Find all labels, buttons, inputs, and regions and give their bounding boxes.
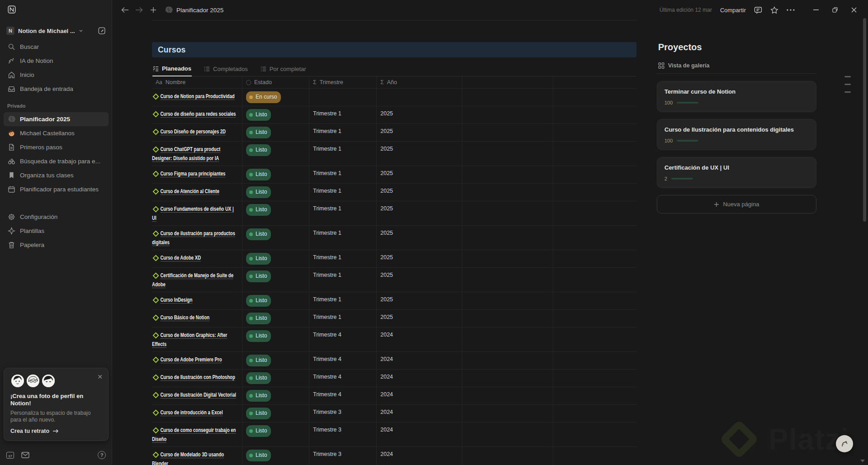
course-name-cell[interactable]: Curso de diseño para redes sociales [152,106,242,124]
anio-cell[interactable]: 2025 [377,201,462,226]
status-badge[interactable]: En curso [246,91,281,103]
table-row[interactable]: Curso Diseño de personajes 2DListoTrimes… [152,124,636,142]
sidebar-item-bandeja-de-entrada[interactable]: Bandeja de entrada [4,82,109,96]
course-name-cell[interactable]: Curso Figma para principiantes [152,166,242,184]
status-badge[interactable]: Listo [246,144,271,156]
status-cell[interactable]: Listo [242,124,309,142]
favorite-star-icon[interactable] [770,6,778,14]
course-name-cell[interactable]: Curso Básico de Notion [152,310,242,327]
trimestre-cell[interactable]: Trimestre 1 [309,106,377,124]
status-cell[interactable]: Listo [242,268,309,292]
nav-back-icon[interactable] [119,5,131,15]
close-icon[interactable]: ✕ [97,374,103,380]
course-title-link[interactable]: Curso Figma para principiantes [152,169,241,178]
table-row[interactable]: Curso ChatGPT para product Designer: Dis… [152,142,636,166]
anio-cell[interactable]: 2025 [377,166,462,184]
help-button[interactable]: ? [98,451,106,459]
status-cell[interactable]: Listo [242,447,309,465]
anio-cell[interactable]: 2025 [377,124,462,142]
status-cell[interactable]: Listo [242,370,309,387]
status-badge[interactable]: Listo [246,313,271,324]
table-row[interactable]: Curso de introducción a ExcelListoTrimes… [152,405,636,422]
table-row[interactable]: Curso de Adobe XDListoTrimestre 12025 [152,250,636,268]
trimestre-cell[interactable]: Trimestre 1 [309,310,377,327]
status-badge[interactable]: Listo [246,355,271,366]
course-name-cell[interactable]: Curso de Motion Graphics: After Effects [152,327,242,352]
table-row[interactable]: Curso de como conseguir trabajo en Diseñ… [152,422,636,447]
course-name-cell[interactable]: Curso ChatGPT para product Designer: Dis… [152,142,242,166]
sidebar-page-b-squeda-de-trabajo-para-e[interactable]: Búsqueda de trabajo para e... [4,154,109,168]
tab-planeados[interactable]: Planeados [152,63,192,76]
nav-forward-icon[interactable] [133,5,145,15]
restore-button[interactable] [825,3,844,17]
course-name-cell[interactable]: Curso de Adobe Premiere Pro [152,352,242,370]
sidebar-page-primeros-pasos[interactable]: Primeros pasos [4,140,109,154]
status-badge[interactable]: Listo [246,127,271,138]
project-card[interactable]: Curso de Ilustración para contenidos dig… [657,119,816,150]
trimestre-cell[interactable]: Trimestre 4 [309,387,377,405]
course-name-cell[interactable]: Curso de Adobe XD [152,250,242,268]
status-badge[interactable]: Listo [246,270,271,282]
sidebar-item-plantillas[interactable]: Plantillas [4,224,109,238]
course-title-link[interactable]: Curso Básico de Notion [152,313,241,322]
share-button[interactable]: Compartir [720,7,746,14]
vertical-scrollbar[interactable] [863,18,866,222]
anio-cell[interactable]: 2025 [377,292,462,310]
status-cell[interactable]: Listo [242,201,309,226]
status-badge[interactable]: Listo [246,372,271,384]
anio-cell[interactable]: 2024 [377,422,462,447]
tab-por-completar[interactable]: Por completar [260,63,307,76]
course-name-cell[interactable]: Curso de Notion para Productividad [152,89,242,106]
anio-cell[interactable]: 2024 [377,370,462,387]
course-name-cell[interactable]: Curso Fundamentos de diseño UX | UI [152,201,242,226]
status-cell[interactable]: Listo [242,387,309,405]
trimestre-cell[interactable]: Trimestre 1 [309,184,377,201]
close-window-button[interactable] [844,3,863,17]
status-cell[interactable]: En curso [242,89,309,106]
course-name-cell[interactable]: Curso de Atención al Cliente [152,184,242,201]
course-title-link[interactable]: Curso de Motion Graphics: After Effects [152,331,241,349]
table-row[interactable]: Curso de Ilustración Digital VectorialLi… [152,387,636,405]
status-badge[interactable]: Listo [246,408,271,419]
scroll-down-arrow-icon[interactable] [860,460,865,462]
course-title-link[interactable]: Curso de ilustración para productos digi… [152,229,241,247]
anio-cell[interactable]: 2025 [377,250,462,268]
status-badge[interactable]: Listo [246,204,271,216]
table-row[interactable]: Certificación de Manejo de Suite de Adob… [152,268,636,292]
status-badge[interactable]: Listo [246,253,271,265]
status-badge[interactable]: Listo [246,186,271,198]
course-title-link[interactable]: Curso de introducción a Excel [152,408,241,417]
course-name-cell[interactable]: Curso de ilustración para productos digi… [152,226,242,250]
course-title-link[interactable]: Curso de Atención al Cliente [152,187,241,196]
status-badge[interactable]: Listo [246,169,271,180]
sidebar-item-buscar[interactable]: Buscar [4,40,109,54]
project-card[interactable]: Terminar curso de Notion100 [657,81,816,112]
course-title-link[interactable]: Curso de Adobe XD [152,253,241,262]
trimestre-cell[interactable] [309,89,377,106]
course-title-link[interactable]: Curso ChatGPT para product Designer: Dis… [152,145,241,163]
table-row[interactable]: Curso de Atención al ClienteListoTrimest… [152,184,636,201]
tab-completados[interactable]: Completados [204,63,248,76]
table-row[interactable]: Curso de Adobe Premiere ProListoTrimestr… [152,352,636,370]
course-name-cell[interactable]: Curso InDesign [152,292,242,310]
breadcrumb[interactable]: Planificador 2025 [165,6,223,14]
gallery-view-tab[interactable]: Vista de galería [657,62,816,69]
notion-ai-button[interactable] [836,435,853,452]
table-row[interactable]: Curso Fundamentos de diseño UX | UIListo… [152,201,636,226]
status-badge[interactable]: Listo [246,450,271,461]
status-cell[interactable]: Listo [242,405,309,422]
trimestre-cell[interactable]: Trimestre 1 [309,201,377,226]
anio-cell[interactable]: 2024 [377,327,462,352]
course-title-link[interactable]: Curso Fundamentos de diseño UX | UI [152,204,241,223]
course-name-cell[interactable]: Curso de introducción a Excel [152,405,242,422]
status-badge[interactable]: Listo [246,390,271,402]
status-cell[interactable]: Listo [242,106,309,124]
create-portrait-link[interactable]: Crea tu retrato [10,428,102,434]
anio-cell[interactable]: 2025 [377,226,462,250]
status-cell[interactable]: Listo [242,327,309,352]
drag-handle[interactable] [844,76,851,77]
workspace-switcher[interactable]: N Notion de Michael ... [4,24,109,37]
more-options-icon[interactable] [787,9,795,11]
table-row[interactable]: Curso InDesignListoTrimestre 12025 [152,292,636,310]
trimestre-cell[interactable]: Trimestre 1 [309,166,377,184]
